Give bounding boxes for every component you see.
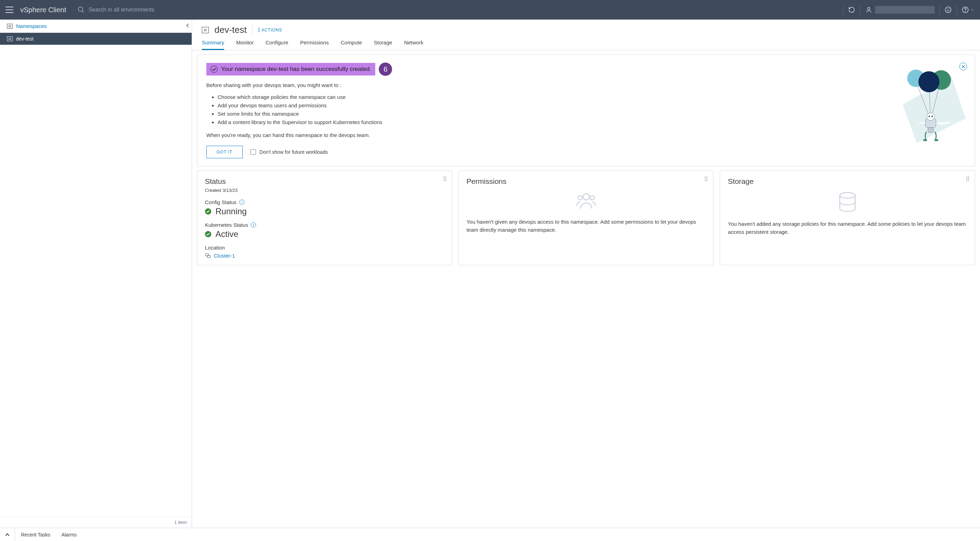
svg-point-22 — [923, 139, 927, 141]
divider — [956, 5, 957, 15]
k8s-status-label: Kubernetes Status i — [205, 222, 444, 228]
ready-text: When you're ready, you can hand this nam… — [206, 132, 885, 138]
divider — [939, 5, 940, 15]
svg-point-0 — [78, 7, 83, 11]
sidebar-item-label: dev-test — [16, 36, 33, 41]
smile-icon[interactable] — [945, 6, 952, 13]
refresh-icon[interactable] — [848, 6, 855, 13]
permissions-card: Permissions You haven't given any devops… — [458, 171, 714, 265]
topbar-right — [838, 5, 974, 15]
card-title: Status — [205, 177, 444, 186]
svg-rect-21 — [928, 128, 934, 132]
menu-toggle-icon[interactable] — [6, 6, 13, 13]
drag-handle-icon[interactable] — [444, 176, 446, 181]
svg-point-20 — [931, 116, 933, 117]
cluster-link[interactable]: Cluster-1 — [205, 253, 444, 259]
svg-point-2 — [868, 7, 870, 10]
top-bar: vSphere Client — [0, 0, 980, 19]
actions-button[interactable]: ACTIONS — [258, 28, 282, 32]
namespace-icon — [7, 36, 13, 41]
info-icon[interactable]: i — [239, 200, 245, 205]
username-redacted — [875, 6, 934, 14]
tab-network[interactable]: Network — [404, 40, 423, 50]
config-status-label: Config Status i — [205, 199, 444, 205]
svg-point-19 — [929, 116, 930, 117]
svg-point-27 — [578, 196, 582, 200]
success-text: Your namespace dev-test has been success… — [221, 66, 371, 73]
intro-text: Before sharing with your devops team, yo… — [206, 82, 885, 88]
app-title: vSphere Client — [20, 6, 66, 14]
sidebar-item-dev-test[interactable]: dev-test — [0, 33, 192, 45]
status-card: Status Created 3/13/23 Config Status i R… — [197, 171, 452, 265]
chevron-down-icon[interactable] — [970, 6, 974, 13]
tabs: Summary Monitor Configure Permissions Co… — [192, 35, 980, 50]
svg-point-18 — [927, 113, 934, 121]
cluster-icon — [205, 253, 211, 259]
svg-point-5 — [949, 9, 949, 9]
divider — [860, 5, 861, 15]
user-icon — [865, 6, 872, 13]
list-item: Choose which storage policies the namesp… — [218, 93, 885, 102]
checkbox-icon — [250, 149, 256, 155]
namespace-icon — [7, 24, 13, 29]
intro-list: Choose which storage policies the namesp… — [218, 93, 885, 127]
card-title: Storage — [728, 177, 967, 186]
svg-point-3 — [945, 7, 951, 13]
checkbox-label: Don't show for future workloads — [259, 149, 328, 155]
tab-monitor[interactable]: Monitor — [236, 40, 254, 50]
drag-handle-icon[interactable] — [966, 176, 969, 181]
svg-point-23 — [934, 139, 939, 141]
content: dev-test ACTIONS Summary Monitor Configu… — [192, 19, 980, 528]
got-it-button[interactable]: GOT IT — [206, 146, 243, 158]
card-description: You haven't given any devops access to t… — [466, 218, 706, 234]
status-ok-icon — [205, 208, 211, 214]
tab-storage[interactable]: Storage — [374, 40, 393, 50]
tab-configure[interactable]: Configure — [266, 40, 288, 50]
users-icon — [466, 192, 706, 210]
search-input[interactable] — [89, 6, 193, 13]
nav-header: Namespaces — [0, 19, 192, 33]
dont-show-checkbox[interactable]: Don't show for future workloads — [250, 149, 328, 155]
card-description: You haven't added any storage policies f… — [728, 220, 967, 236]
svg-line-1 — [82, 11, 84, 13]
actions-label: ACTIONS — [262, 28, 282, 32]
namespaces-link[interactable]: Namespaces — [16, 23, 47, 29]
welcome-panel: Your namespace dev-test has been success… — [197, 54, 975, 167]
drag-handle-icon[interactable] — [705, 176, 708, 181]
k8s-status-value: Active — [205, 229, 444, 239]
svg-point-28 — [590, 196, 594, 200]
sidebar: Namespaces dev-test 1 item — [0, 19, 192, 528]
svg-point-29 — [840, 193, 855, 198]
svg-rect-24 — [206, 254, 209, 256]
sidebar-item-count: 1 item — [0, 517, 192, 528]
search-icon[interactable] — [77, 6, 85, 14]
main-area: Namespaces dev-test 1 item dev-test ACTI… — [0, 19, 980, 528]
tab-permissions[interactable]: Permissions — [300, 40, 329, 50]
tab-compute[interactable]: Compute — [340, 40, 362, 50]
location-label: Location — [205, 244, 444, 251]
user-menu[interactable] — [865, 6, 934, 14]
namespace-icon — [202, 27, 209, 33]
list-item: Set some limits for this namespace — [218, 110, 885, 118]
search-wrap — [77, 6, 193, 14]
database-icon — [728, 192, 967, 212]
svg-point-4 — [947, 9, 948, 9]
storage-card: Storage You haven't added any storage po… — [720, 171, 975, 265]
content-header: dev-test ACTIONS — [192, 19, 980, 35]
svg-rect-25 — [207, 255, 210, 258]
divider — [253, 25, 253, 35]
card-title: Permissions — [466, 177, 706, 186]
check-circle-icon — [210, 66, 218, 73]
created-date: Created 3/13/23 — [205, 188, 444, 193]
status-ok-icon — [205, 231, 211, 237]
info-icon[interactable]: i — [251, 222, 256, 227]
sidebar-collapse-button[interactable] — [186, 23, 189, 29]
divider — [843, 5, 843, 15]
balloons-illustration — [896, 63, 966, 143]
tab-summary[interactable]: Summary — [202, 40, 224, 50]
config-status-value: Running — [205, 206, 444, 216]
svg-point-26 — [583, 194, 589, 200]
dots-vertical-icon — [258, 28, 259, 32]
page-title: dev-test — [215, 24, 247, 35]
help-icon[interactable] — [962, 6, 969, 13]
